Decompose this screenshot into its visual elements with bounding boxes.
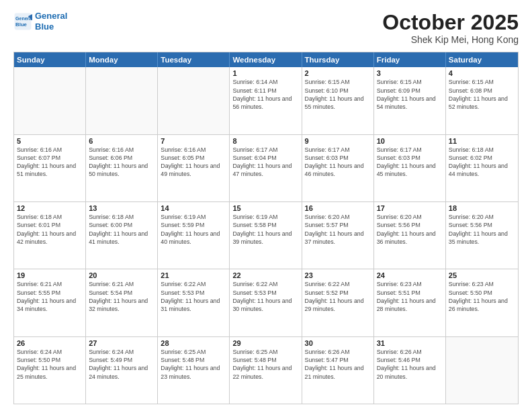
day-number: 22 bbox=[232, 271, 298, 279]
day-info: Sunrise: 6:22 AM Sunset: 5:52 PM Dayligh… bbox=[305, 280, 371, 313]
day-cell: 30Sunrise: 6:26 AM Sunset: 5:47 PM Dayli… bbox=[302, 337, 374, 404]
day-number: 4 bbox=[449, 69, 515, 77]
day-info: Sunrise: 6:17 AM Sunset: 6:03 PM Dayligh… bbox=[377, 146, 443, 179]
week-row-1: 1Sunrise: 6:14 AM Sunset: 6:11 PM Daylig… bbox=[14, 67, 518, 134]
day-number: 9 bbox=[305, 137, 371, 145]
week-row-2: 5Sunrise: 6:16 AM Sunset: 6:07 PM Daylig… bbox=[14, 134, 518, 201]
day-cell: 17Sunrise: 6:20 AM Sunset: 5:56 PM Dayli… bbox=[374, 202, 446, 269]
day-info: Sunrise: 6:19 AM Sunset: 5:58 PM Dayligh… bbox=[232, 213, 298, 246]
day-headers: SundayMondayTuesdayWednesdayThursdayFrid… bbox=[14, 52, 518, 67]
location-subtitle: Shek Kip Mei, Hong Kong bbox=[382, 34, 519, 45]
day-number: 17 bbox=[377, 204, 443, 212]
day-cell: 14Sunrise: 6:19 AM Sunset: 5:59 PM Dayli… bbox=[158, 202, 230, 269]
day-cell: 15Sunrise: 6:19 AM Sunset: 5:58 PM Dayli… bbox=[230, 202, 302, 269]
day-number: 27 bbox=[89, 339, 154, 347]
day-cell: 12Sunrise: 6:18 AM Sunset: 6:01 PM Dayli… bbox=[14, 202, 86, 269]
day-number: 24 bbox=[377, 271, 443, 279]
day-cell: 19Sunrise: 6:21 AM Sunset: 5:55 PM Dayli… bbox=[14, 269, 86, 336]
day-number: 10 bbox=[377, 137, 443, 145]
logo-line1: General bbox=[35, 11, 67, 21]
day-cell: 16Sunrise: 6:20 AM Sunset: 5:57 PM Dayli… bbox=[302, 202, 374, 269]
day-info: Sunrise: 6:16 AM Sunset: 6:06 PM Dayligh… bbox=[89, 146, 154, 179]
day-info: Sunrise: 6:21 AM Sunset: 5:54 PM Dayligh… bbox=[89, 280, 154, 313]
day-info: Sunrise: 6:23 AM Sunset: 5:51 PM Dayligh… bbox=[377, 280, 443, 313]
svg-text:Blue: Blue bbox=[15, 21, 28, 28]
week-row-4: 19Sunrise: 6:21 AM Sunset: 5:55 PM Dayli… bbox=[14, 269, 518, 336]
day-cell bbox=[158, 67, 230, 134]
day-number: 7 bbox=[161, 137, 226, 145]
day-info: Sunrise: 6:15 AM Sunset: 6:08 PM Dayligh… bbox=[449, 78, 515, 111]
day-number: 31 bbox=[377, 339, 443, 347]
day-cell: 22Sunrise: 6:22 AM Sunset: 5:53 PM Dayli… bbox=[230, 269, 302, 336]
week-row-3: 12Sunrise: 6:18 AM Sunset: 6:01 PM Dayli… bbox=[14, 201, 518, 269]
day-cell: 3Sunrise: 6:15 AM Sunset: 6:09 PM Daylig… bbox=[374, 67, 446, 134]
month-title: October 2025 bbox=[382, 11, 519, 34]
day-cell bbox=[86, 67, 158, 134]
day-number: 15 bbox=[232, 204, 298, 212]
day-info: Sunrise: 6:15 AM Sunset: 6:10 PM Dayligh… bbox=[305, 78, 371, 111]
day-info: Sunrise: 6:20 AM Sunset: 5:57 PM Dayligh… bbox=[305, 213, 371, 246]
day-number: 20 bbox=[89, 271, 154, 279]
day-number: 26 bbox=[17, 339, 83, 347]
logo-line2: Blue bbox=[35, 21, 54, 32]
day-header-friday: Friday bbox=[374, 52, 446, 67]
day-cell bbox=[14, 67, 86, 134]
day-info: Sunrise: 6:22 AM Sunset: 5:53 PM Dayligh… bbox=[232, 280, 298, 313]
calendar: SundayMondayTuesdayWednesdayThursdayFrid… bbox=[13, 52, 519, 404]
day-number: 6 bbox=[89, 137, 154, 145]
week-row-5: 26Sunrise: 6:24 AM Sunset: 5:50 PM Dayli… bbox=[14, 336, 518, 404]
day-info: Sunrise: 6:18 AM Sunset: 6:02 PM Dayligh… bbox=[449, 146, 515, 179]
day-number: 28 bbox=[161, 339, 226, 347]
calendar-body: 1Sunrise: 6:14 AM Sunset: 6:11 PM Daylig… bbox=[14, 67, 518, 404]
day-info: Sunrise: 6:25 AM Sunset: 5:48 PM Dayligh… bbox=[232, 348, 298, 381]
day-cell: 26Sunrise: 6:24 AM Sunset: 5:50 PM Dayli… bbox=[14, 337, 86, 404]
day-number: 19 bbox=[17, 271, 83, 279]
title-block: October 2025 Shek Kip Mei, Hong Kong bbox=[382, 11, 519, 45]
day-cell: 9Sunrise: 6:17 AM Sunset: 6:03 PM Daylig… bbox=[302, 135, 374, 201]
day-number: 5 bbox=[17, 137, 83, 145]
day-info: Sunrise: 6:26 AM Sunset: 5:46 PM Dayligh… bbox=[377, 348, 443, 381]
day-cell: 6Sunrise: 6:16 AM Sunset: 6:06 PM Daylig… bbox=[86, 135, 158, 201]
day-cell: 11Sunrise: 6:18 AM Sunset: 6:02 PM Dayli… bbox=[446, 135, 518, 201]
day-cell: 29Sunrise: 6:25 AM Sunset: 5:48 PM Dayli… bbox=[230, 337, 302, 404]
day-number: 30 bbox=[305, 339, 371, 347]
day-cell: 20Sunrise: 6:21 AM Sunset: 5:54 PM Dayli… bbox=[86, 269, 158, 336]
day-number: 21 bbox=[161, 271, 226, 279]
logo-text: General Blue bbox=[35, 11, 67, 32]
day-info: Sunrise: 6:26 AM Sunset: 5:47 PM Dayligh… bbox=[305, 348, 371, 381]
day-number: 18 bbox=[449, 204, 515, 212]
day-info: Sunrise: 6:18 AM Sunset: 6:01 PM Dayligh… bbox=[17, 213, 83, 246]
page: General Blue General Blue October 2025 S… bbox=[0, 0, 532, 411]
day-number: 23 bbox=[305, 271, 371, 279]
day-info: Sunrise: 6:17 AM Sunset: 6:03 PM Dayligh… bbox=[305, 146, 371, 179]
day-cell: 10Sunrise: 6:17 AM Sunset: 6:03 PM Dayli… bbox=[374, 135, 446, 201]
logo-icon: General Blue bbox=[13, 12, 32, 31]
header: General Blue General Blue October 2025 S… bbox=[13, 11, 519, 45]
day-cell: 23Sunrise: 6:22 AM Sunset: 5:52 PM Dayli… bbox=[302, 269, 374, 336]
day-info: Sunrise: 6:16 AM Sunset: 6:07 PM Dayligh… bbox=[17, 146, 83, 179]
day-info: Sunrise: 6:20 AM Sunset: 5:56 PM Dayligh… bbox=[449, 213, 515, 246]
day-cell: 1Sunrise: 6:14 AM Sunset: 6:11 PM Daylig… bbox=[230, 67, 302, 134]
day-info: Sunrise: 6:15 AM Sunset: 6:09 PM Dayligh… bbox=[377, 78, 443, 111]
day-info: Sunrise: 6:21 AM Sunset: 5:55 PM Dayligh… bbox=[17, 280, 83, 313]
day-cell: 21Sunrise: 6:22 AM Sunset: 5:53 PM Dayli… bbox=[158, 269, 230, 336]
day-info: Sunrise: 6:17 AM Sunset: 6:04 PM Dayligh… bbox=[232, 146, 298, 179]
day-info: Sunrise: 6:16 AM Sunset: 6:05 PM Dayligh… bbox=[161, 146, 226, 179]
day-cell: 13Sunrise: 6:18 AM Sunset: 6:00 PM Dayli… bbox=[86, 202, 158, 269]
day-info: Sunrise: 6:18 AM Sunset: 6:00 PM Dayligh… bbox=[89, 213, 154, 246]
day-number: 16 bbox=[305, 204, 371, 212]
day-info: Sunrise: 6:23 AM Sunset: 5:50 PM Dayligh… bbox=[449, 280, 515, 313]
day-header-saturday: Saturday bbox=[446, 52, 518, 67]
day-cell: 28Sunrise: 6:25 AM Sunset: 5:48 PM Dayli… bbox=[158, 337, 230, 404]
day-cell: 8Sunrise: 6:17 AM Sunset: 6:04 PM Daylig… bbox=[230, 135, 302, 201]
day-info: Sunrise: 6:22 AM Sunset: 5:53 PM Dayligh… bbox=[161, 280, 226, 313]
day-number: 14 bbox=[161, 204, 226, 212]
day-cell: 18Sunrise: 6:20 AM Sunset: 5:56 PM Dayli… bbox=[446, 202, 518, 269]
day-info: Sunrise: 6:19 AM Sunset: 5:59 PM Dayligh… bbox=[161, 213, 226, 246]
logo: General Blue General Blue bbox=[13, 11, 67, 32]
day-cell: 5Sunrise: 6:16 AM Sunset: 6:07 PM Daylig… bbox=[14, 135, 86, 201]
day-cell: 7Sunrise: 6:16 AM Sunset: 6:05 PM Daylig… bbox=[158, 135, 230, 201]
day-number: 12 bbox=[17, 204, 83, 212]
day-number: 29 bbox=[232, 339, 298, 347]
day-number: 13 bbox=[89, 204, 154, 212]
